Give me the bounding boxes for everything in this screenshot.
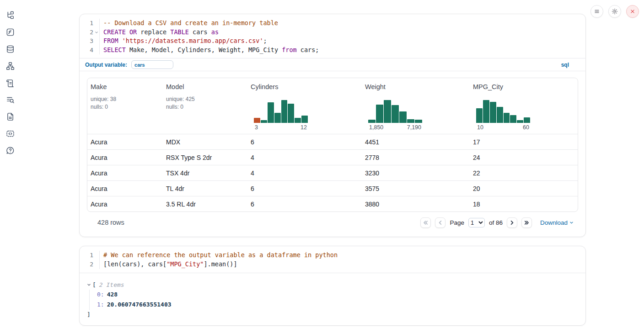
histogram-bar [490,102,496,123]
sidebar [0,0,20,155]
token-comment: # We can reference the output variable a… [103,251,338,259]
row-count: 428 rows [97,219,124,226]
table-cell: 3230 [362,169,470,177]
sidebar-scroll-button[interactable] [5,78,15,87]
table-cell: 4 [247,154,362,161]
axis-min-label: 10 [477,124,483,131]
items-count-label: 2 Items [99,281,124,288]
tree-root[interactable]: [ 2 Items [87,281,578,288]
table-row: AcuraMDX6445117 [87,134,578,149]
language-badge[interactable]: sql [561,62,569,68]
list-search-icon [6,95,15,104]
histogram-bar [476,108,483,123]
file-tree-icon [6,11,15,20]
histogram-axis: 312 [254,124,308,131]
token-plain [126,28,129,36]
menu-icon [594,8,600,15]
axis-min-label: 3 [255,124,258,131]
token-str: 'https://datasets.marimo.app/cars.csv' [122,37,263,44]
table-cell: MDX [163,138,247,146]
next-page-button[interactable] [507,217,517,228]
gear-icon [612,8,618,15]
code-text: FROM 'https://datasets.marimo.app/cars.c… [99,37,580,46]
token-plain: Make, Model, Cylinders, Weight, MPG_City [126,46,282,53]
table-header: Makeunique: 38nulls: 0Modelunique: 425nu… [87,78,578,134]
chevrons-right-icon [524,220,530,226]
last-page-button[interactable] [521,217,532,228]
output-variable-row: Output variable: sql [80,58,585,71]
fold-chevron-icon[interactable] [93,28,99,37]
function-icon [6,28,15,37]
chevrons-left-icon [423,220,429,226]
table-row: AcuraTL 4dr6357520 [87,180,578,196]
column-label: Make [91,83,160,90]
column-stats: unique: 425nulls: 0 [166,95,245,111]
sidebar-dependency-graph-button[interactable] [5,61,15,70]
download-button[interactable]: Download [540,219,574,226]
python-code-editor[interactable]: 1# We can reference the output variable … [80,246,585,273]
tree-entry-value: 428 [107,291,118,298]
sidebar-help-button[interactable] [5,146,15,155]
settings-button[interactable] [608,5,621,18]
table-row: Acura3.5 RL 4dr6388018 [87,196,578,211]
column-header-weight[interactable]: Weight1,8507,190 [362,78,470,134]
code-line: 2[len(cars), cars["MPG_City"].mean()] [85,260,580,269]
notebook-actions [590,5,639,18]
column-header-make[interactable]: Makeunique: 38nulls: 0 [87,78,163,134]
sidebar-list-search-button[interactable] [5,95,15,104]
close-icon [629,8,636,15]
table-body: AcuraMDX6445117AcuraRSX Type S 2dr427782… [87,134,578,211]
chevron-left-icon [437,220,443,226]
histogram-bar [288,104,294,123]
collapse-chevron-icon[interactable] [87,283,91,287]
token-plain: replace [137,28,170,36]
token-plain: [len(cars), cars[ [103,260,166,268]
sidebar-database-button[interactable] [5,44,15,53]
table-cell: 18 [470,201,578,208]
histogram-bar [384,100,391,123]
shutdown-button[interactable] [626,5,639,18]
table-cell: 2778 [362,154,470,161]
tree-entry-key: 1: [97,301,104,308]
table-cell: Acura [87,154,163,161]
column-header-mpg_city[interactable]: MPG_City1060 [470,78,578,134]
token-comment: -- Download a CSV and create an in-memor… [103,19,278,26]
histogram-bar [376,105,383,123]
table-cell: 6 [247,138,362,146]
histogram-cylinders: 312 [254,99,308,131]
sidebar-function-button[interactable] [5,27,15,37]
fold-spacer [93,260,99,269]
token-kw: FROM [103,37,118,44]
histogram-mpg_city: 1060 [476,99,530,131]
code-line: 4SELECT Make, Model, Cylinders, Weight, … [85,46,580,55]
fold-spacer [93,37,99,46]
code-line: 1-- Download a CSV and create an in-memo… [85,19,580,28]
scroll-icon [6,79,15,87]
sql-code-editor[interactable]: 1-- Download a CSV and create an in-memo… [80,14,585,58]
histogram-bar [399,111,407,123]
axis-max-label: 60 [523,124,529,131]
sidebar-code-snippet-button[interactable] [5,129,15,138]
column-header-cylinders[interactable]: Cylinders312 [247,78,362,134]
histogram-bar [504,113,510,123]
sidebar-document-button[interactable] [5,112,15,121]
line-number: 4 [85,46,93,55]
pagination: Page 1 of 86 Download [420,217,577,228]
token-kw: from [282,46,297,53]
token-plain: cars [189,28,211,36]
table-cell: 6 [247,201,362,208]
first-page-button[interactable] [420,217,431,228]
output-variable-input[interactable] [131,60,173,69]
column-label: Weight [365,83,467,90]
histogram-weight: 1,8507,190 [368,99,422,131]
chevron-down-icon [569,221,574,225]
page-select[interactable]: 1 [468,218,485,227]
histogram-bar [254,118,260,123]
menu-button[interactable] [590,5,603,18]
code-text: # We can reference the output variable a… [99,251,580,260]
sidebar-file-tree-button[interactable] [5,11,15,20]
column-header-model[interactable]: Modelunique: 425nulls: 0 [163,78,247,134]
table-cell: 20 [470,185,578,192]
prev-page-button[interactable] [435,217,445,228]
download-label: Download [540,219,568,226]
